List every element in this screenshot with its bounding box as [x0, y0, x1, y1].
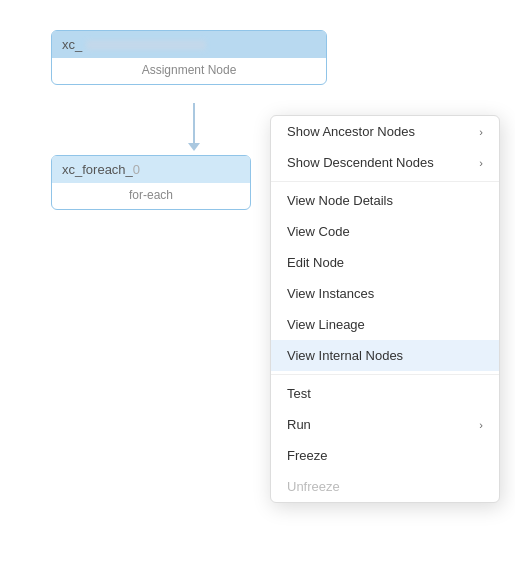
menu-item-test-label: Test: [287, 386, 483, 401]
menu-item-show-ancestor-arrow: ›: [479, 126, 483, 138]
menu-item-show-ancestor-label: Show Ancestor Nodes: [287, 124, 479, 139]
menu-item-view-internal-nodes-label: View Internal Nodes: [287, 348, 483, 363]
foreach-node[interactable]: xc_foreach_ 0 for-each: [51, 155, 251, 210]
menu-item-run[interactable]: Run ›: [271, 409, 499, 440]
foreach-node-count: 0: [133, 162, 140, 177]
menu-item-run-arrow: ›: [479, 419, 483, 431]
foreach-node-header-text: xc_foreach_: [62, 162, 133, 177]
menu-item-view-lineage-label: View Lineage: [287, 317, 483, 332]
connector: [188, 103, 200, 151]
assignment-node-header-blur: [86, 40, 206, 50]
menu-item-run-label: Run: [287, 417, 479, 432]
menu-item-freeze[interactable]: Freeze: [271, 440, 499, 471]
menu-item-test[interactable]: Test: [271, 378, 499, 409]
menu-item-view-code-label: View Code: [287, 224, 483, 239]
menu-item-show-descendent[interactable]: Show Descendent Nodes ›: [271, 147, 499, 178]
menu-item-view-instances[interactable]: View Instances: [271, 278, 499, 309]
menu-item-view-code[interactable]: View Code: [271, 216, 499, 247]
menu-item-freeze-label: Freeze: [287, 448, 483, 463]
foreach-node-label: for-each: [52, 183, 250, 209]
context-menu: Show Ancestor Nodes › Show Descendent No…: [270, 115, 500, 503]
menu-item-show-ancestor[interactable]: Show Ancestor Nodes ›: [271, 116, 499, 147]
menu-item-view-lineage[interactable]: View Lineage: [271, 309, 499, 340]
menu-divider-2: [271, 374, 499, 375]
menu-item-view-instances-label: View Instances: [287, 286, 483, 301]
assignment-node[interactable]: xc_ Assignment Node: [51, 30, 327, 85]
assignment-node-header-text: xc_: [62, 37, 82, 52]
connector-line: [193, 103, 195, 143]
assignment-node-header: xc_: [52, 31, 326, 58]
menu-item-edit-node-label: Edit Node: [287, 255, 483, 270]
menu-item-show-descendent-arrow: ›: [479, 157, 483, 169]
menu-item-show-descendent-label: Show Descendent Nodes: [287, 155, 479, 170]
menu-item-unfreeze-label: Unfreeze: [287, 479, 483, 494]
menu-item-view-internal-nodes[interactable]: View Internal Nodes: [271, 340, 499, 371]
connector-arrow: [188, 143, 200, 151]
foreach-node-header: xc_foreach_ 0: [52, 156, 250, 183]
menu-divider-1: [271, 181, 499, 182]
menu-item-unfreeze: Unfreeze: [271, 471, 499, 502]
menu-item-view-node-details-label: View Node Details: [287, 193, 483, 208]
canvas: xc_ Assignment Node xc_foreach_ 0 for-ea…: [0, 0, 515, 566]
menu-item-edit-node[interactable]: Edit Node: [271, 247, 499, 278]
assignment-node-label: Assignment Node: [52, 58, 326, 84]
menu-item-view-node-details[interactable]: View Node Details: [271, 185, 499, 216]
